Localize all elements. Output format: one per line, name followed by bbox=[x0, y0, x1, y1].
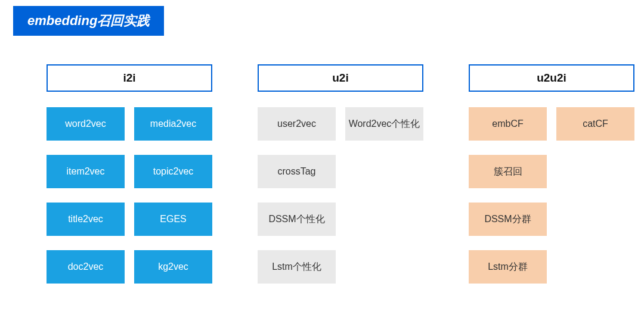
cell-embcf: embCF bbox=[469, 107, 547, 141]
cell-dssm-personalized: DSSM个性化 bbox=[258, 203, 336, 236]
cell-empty bbox=[345, 250, 423, 284]
cell-crosstag: crossTag bbox=[258, 155, 336, 188]
cell-empty bbox=[556, 203, 634, 236]
cell-topic2vec: topic2vec bbox=[134, 155, 212, 188]
column-u2i: u2i user2vec Word2vec个性化 crossTag DSSM个性… bbox=[258, 64, 423, 284]
cell-title2vec: title2vec bbox=[47, 203, 125, 236]
cell-lstm-personalized: Lstm个性化 bbox=[258, 250, 336, 284]
cell-word2vec: word2vec bbox=[47, 107, 125, 141]
cell-word2vec-personalized: Word2vec个性化 bbox=[345, 107, 423, 141]
cell-item2vec: item2vec bbox=[47, 155, 125, 188]
column-i2i: i2i word2vec media2vec item2vec topic2ve… bbox=[47, 64, 212, 284]
column-u2u2i: u2u2i embCF catCF 簇召回 DSSM分群 Lstm分群 bbox=[469, 64, 634, 284]
grid-u2u2i: embCF catCF 簇召回 DSSM分群 Lstm分群 bbox=[469, 107, 634, 284]
cell-doc2vec: doc2vec bbox=[47, 250, 125, 284]
cell-lstm-group: Lstm分群 bbox=[469, 250, 547, 284]
cell-media2vec: media2vec bbox=[134, 107, 212, 141]
column-header-u2u2i: u2u2i bbox=[469, 64, 634, 92]
cell-user2vec: user2vec bbox=[258, 107, 336, 141]
cell-dssm-group: DSSM分群 bbox=[469, 203, 547, 236]
grid-u2i: user2vec Word2vec个性化 crossTag DSSM个性化 Ls… bbox=[258, 107, 423, 284]
cell-catcf: catCF bbox=[556, 107, 634, 141]
cell-kg2vec: kg2vec bbox=[134, 250, 212, 284]
cell-eges: EGES bbox=[134, 203, 212, 236]
grid-i2i: word2vec media2vec item2vec topic2vec ti… bbox=[47, 107, 212, 284]
diagram-columns: i2i word2vec media2vec item2vec topic2ve… bbox=[0, 36, 644, 284]
cell-empty bbox=[345, 203, 423, 236]
cell-empty bbox=[556, 250, 634, 284]
cell-empty bbox=[345, 155, 423, 188]
page-title: embedding召回实践 bbox=[13, 6, 164, 36]
column-header-u2i: u2i bbox=[258, 64, 423, 92]
cell-cluster-recall: 簇召回 bbox=[469, 155, 547, 188]
cell-empty bbox=[556, 155, 634, 188]
column-header-i2i: i2i bbox=[47, 64, 212, 92]
